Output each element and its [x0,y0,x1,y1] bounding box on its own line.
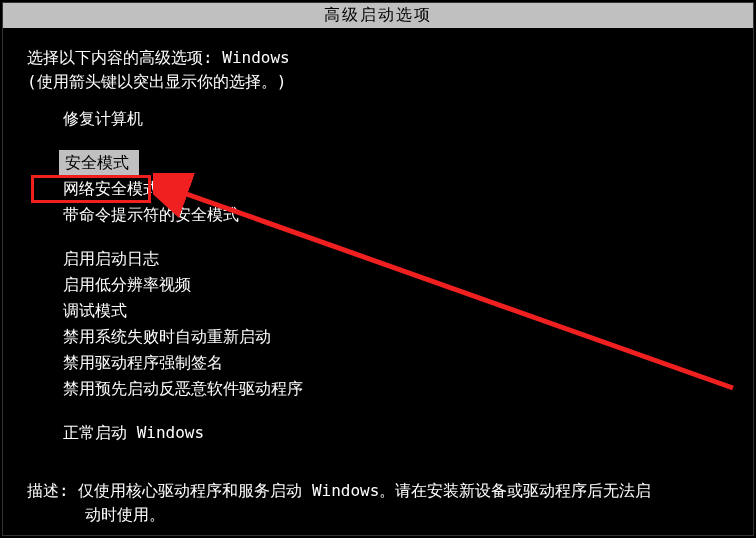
menu-enable-low-res-video[interactable]: 启用低分辨率视频 [59,272,195,298]
menu-debugging-mode[interactable]: 调试模式 [59,298,131,324]
instruction-prefix: 选择以下内容的高级选项: [27,48,222,67]
title-bar: 高级启动选项 [3,3,753,28]
menu-safe-mode-command-prompt[interactable]: 带命令提示符的安全模式 [59,202,243,228]
menu-start-windows-normally[interactable]: 正常启动 Windows [59,420,208,446]
description-text-2: 动时使用。 [27,503,729,527]
description-text-1: 仅使用核心驱动程序和服务启动 Windows。请在安装新设备或驱动程序后无法启 [78,481,651,500]
menu-safe-mode[interactable]: 安全模式 [59,150,139,176]
menu-group-safemode: 安全模式 网络安全模式 带命令提示符的安全模式 [59,150,753,228]
description-label: 描述: [27,481,78,500]
menu-group-repair: 修复计算机 [59,106,753,132]
instructions: 选择以下内容的高级选项: Windows (使用箭头键以突出显示你的选择。) [3,28,753,94]
title-text: 高级启动选项 [324,5,432,24]
menu-enable-boot-logging[interactable]: 启用启动日志 [59,246,163,272]
menu-group-normal: 正常启动 Windows [59,420,753,446]
menu-disable-auto-restart[interactable]: 禁用系统失败时自动重新启动 [59,324,275,350]
menu-group-advanced: 启用启动日志 启用低分辨率视频 调试模式 禁用系统失败时自动重新启动 禁用驱动程… [59,246,753,402]
menu-disable-antimalware[interactable]: 禁用预先启动反恶意软件驱动程序 [59,376,307,402]
menu-safe-mode-networking[interactable]: 网络安全模式 [59,176,163,202]
instruction-line-1: 选择以下内容的高级选项: Windows [27,46,753,70]
menu-disable-driver-signature[interactable]: 禁用驱动程序强制签名 [59,350,227,376]
boot-options-screen: 高级启动选项 选择以下内容的高级选项: Windows (使用箭头键以突出显示你… [2,2,754,536]
description-area: 描述: 仅使用核心驱动程序和服务启动 Windows。请在安装新设备或驱动程序后… [27,479,729,527]
boot-menu[interactable]: 修复计算机 安全模式 网络安全模式 带命令提示符的安全模式 启用启动日志 启用低… [3,94,753,446]
instruction-line-2: (使用箭头键以突出显示你的选择。) [27,70,753,94]
menu-repair-computer[interactable]: 修复计算机 [59,106,147,132]
instruction-os: Windows [222,48,289,67]
